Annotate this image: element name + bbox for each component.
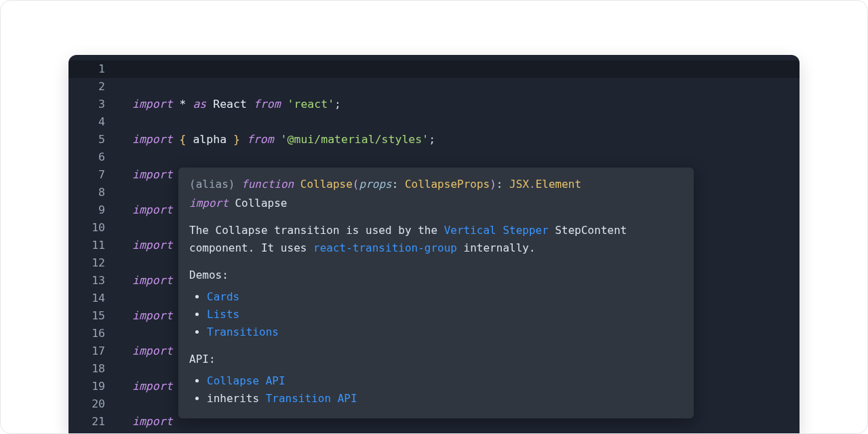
line-number: 9 (68, 201, 116, 219)
hover-import-line: import Collapse (189, 195, 683, 212)
hover-signature: (alias) function Collapse(props: Collaps… (189, 176, 683, 193)
line-number: 2 (68, 78, 116, 96)
hover-demos-list: Cards Lists Transitions (207, 288, 683, 341)
hover-demo-link[interactable]: Transitions (207, 326, 279, 338)
hover-demos-label: Demos: (189, 267, 683, 284)
line-number: 11 (68, 237, 116, 254)
line-number: 3 (68, 96, 116, 113)
line-number: 13 (68, 272, 116, 290)
code-line: import * as React from 'react'; (116, 96, 800, 113)
line-number: 7 (68, 166, 116, 184)
line-number: 14 (68, 290, 116, 307)
line-number: 21 (68, 413, 116, 431)
hover-api-link[interactable]: Collapse API (207, 374, 285, 387)
line-number: 8 (68, 184, 116, 201)
code-editor[interactable]: 123456789101112131415161718192021 import… (68, 55, 800, 433)
line-number: 18 (68, 360, 116, 378)
hover-api-list: Collapse API inherits Transition API (207, 372, 683, 408)
hover-link-react-transition-group[interactable]: react-transition-group (313, 241, 457, 254)
code-line: import { alpha } from '@mui/material/sty… (116, 131, 800, 149)
hover-link-vertical-stepper[interactable]: Vertical Stepper (444, 224, 549, 237)
line-number: 19 (68, 378, 116, 395)
line-number: 6 (68, 149, 116, 166)
line-number: 16 (68, 325, 116, 342)
hover-api-label: API: (189, 351, 683, 368)
code-area[interactable]: import * as React from 'react'; import {… (116, 55, 800, 433)
hover-api-link[interactable]: Transition API (266, 392, 357, 405)
hover-demo-link[interactable]: Lists (207, 308, 239, 321)
line-number: 5 (68, 131, 116, 149)
hover-tooltip[interactable]: (alias) function Collapse(props: Collaps… (178, 167, 694, 418)
hover-demo-link[interactable]: Cards (207, 290, 239, 303)
line-number: 10 (68, 219, 116, 237)
line-number-gutter: 123456789101112131415161718192021 (68, 55, 116, 433)
app-frame: 123456789101112131415161718192021 import… (0, 0, 868, 434)
line-number: 1 (68, 60, 116, 78)
hover-description: The Collapse transition is used by the V… (189, 222, 683, 257)
line-number: 17 (68, 342, 116, 360)
line-number: 15 (68, 307, 116, 325)
line-number: 20 (68, 395, 116, 413)
line-number: 12 (68, 254, 116, 272)
line-number: 4 (68, 113, 116, 131)
